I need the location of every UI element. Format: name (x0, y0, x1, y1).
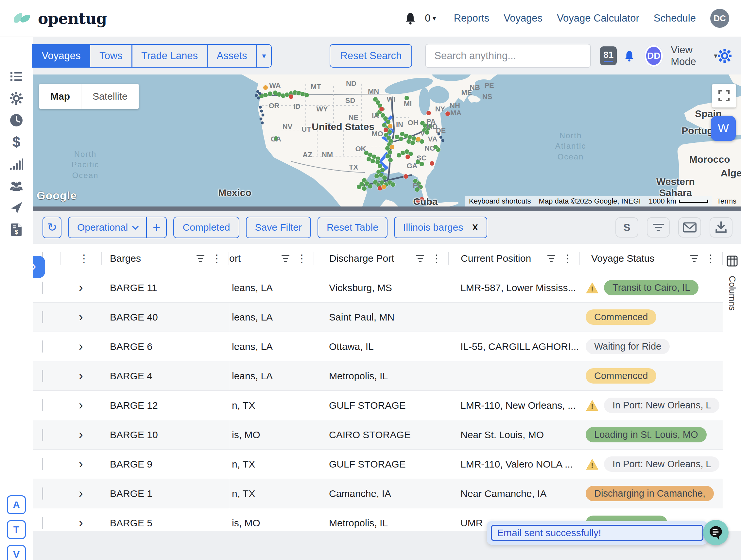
row-checkbox[interactable] (42, 340, 43, 352)
vessel-marker[interactable] (289, 94, 293, 99)
row-checkbox[interactable] (42, 399, 43, 411)
workspace-avatar[interactable]: DD (645, 45, 663, 67)
chat-launcher-button[interactable] (703, 520, 729, 545)
quick-toggle-button[interactable]: A (7, 495, 26, 514)
reset-search-button[interactable]: Reset Search (330, 44, 412, 68)
row-expand-icon[interactable]: › (79, 310, 83, 324)
entity-tab[interactable]: Trade Lanes (131, 44, 208, 68)
map-type-button[interactable]: Satellite (81, 84, 139, 109)
column-kebab-menu[interactable]: ⋮ (705, 252, 716, 265)
vessel-marker[interactable] (430, 161, 434, 166)
column-filter-icon[interactable] (690, 255, 698, 262)
vessel-marker[interactable] (433, 145, 438, 149)
alerts-count-badge[interactable]: 81 (600, 47, 617, 65)
column-filter-icon[interactable] (281, 255, 289, 262)
opentug-logo[interactable]: opentug (13, 9, 107, 27)
table-row[interactable]: › BARGE 11 leans, LA Vicksburg, MS LMR-5… (33, 273, 741, 303)
vessel-marker[interactable] (259, 106, 262, 109)
gear-icon[interactable] (9, 91, 23, 105)
row-checkbox[interactable] (42, 429, 43, 441)
vessel-marker[interactable] (380, 168, 385, 172)
vessel-marker[interactable] (262, 114, 265, 116)
vessel-marker[interactable] (415, 187, 419, 192)
vessel-marker[interactable] (263, 85, 268, 90)
export-tool-button[interactable] (710, 217, 733, 238)
notification-count[interactable]: 0 ▾ (425, 12, 436, 24)
vessel-marker[interactable] (260, 117, 263, 121)
status-filter-dropdown[interactable]: Operational (69, 217, 146, 238)
expand-panel-button[interactable]: › (33, 256, 45, 278)
vessel-marker[interactable] (260, 110, 263, 113)
view-mode-dropdown[interactable]: View Mode ▾ (671, 44, 718, 68)
column-header-label[interactable]: Voyage Status (591, 253, 654, 264)
add-filter-button[interactable]: + (146, 217, 166, 238)
header-kebab-menu[interactable]: ⋮ (70, 252, 110, 265)
column-filter-icon[interactable] (416, 255, 424, 262)
vessel-marker[interactable] (274, 136, 278, 141)
vessel-marker[interactable] (386, 119, 391, 124)
vessel-marker[interactable] (257, 97, 260, 100)
saved-filter-chip[interactable]: Illinois barges X (394, 217, 487, 238)
vessel-marker[interactable] (388, 158, 393, 162)
invoice-icon[interactable]: $ (9, 223, 23, 237)
map-fullscreen-button[interactable] (712, 84, 736, 107)
entity-tab[interactable]: Tows (89, 44, 132, 68)
search-input[interactable] (425, 44, 591, 68)
nav-link[interactable]: Voyages (503, 12, 542, 24)
vessel-marker[interactable] (370, 159, 375, 163)
vessel-marker[interactable] (261, 122, 264, 125)
vessel-marker[interactable] (405, 96, 409, 100)
row-expand-icon[interactable]: › (79, 516, 83, 530)
column-kebab-menu[interactable]: ⋮ (431, 252, 442, 265)
row-checkbox[interactable] (42, 517, 43, 529)
vessel-marker[interactable] (446, 111, 450, 116)
filter-tool-button[interactable] (647, 217, 670, 238)
filter-action-button[interactable]: Reset Table (318, 217, 388, 238)
vessel-marker[interactable] (357, 184, 361, 189)
vessel-marker[interactable] (419, 197, 424, 202)
column-header-label[interactable]: ort (229, 253, 241, 264)
row-expand-icon[interactable]: › (79, 281, 83, 294)
vessel-marker[interactable] (395, 135, 399, 139)
vessel-marker[interactable] (440, 136, 443, 139)
entity-tab[interactable]: Assets (207, 44, 257, 68)
vessel-marker[interactable] (379, 107, 384, 111)
column-filter-icon[interactable] (197, 255, 204, 262)
row-checkbox[interactable] (42, 487, 43, 499)
row-checkbox[interactable] (42, 458, 43, 470)
users-icon[interactable] (9, 179, 23, 193)
chip-close-icon[interactable]: X (468, 223, 478, 233)
vessel-marker[interactable] (362, 186, 366, 191)
vessel-marker[interactable] (437, 133, 441, 136)
vessel-marker[interactable] (410, 141, 415, 145)
table-row[interactable]: › BARGE 12 n, TX GULF STORAGE LMR-110, N… (33, 391, 741, 420)
column-header-label[interactable]: Current Position (461, 253, 531, 264)
map-type-button[interactable]: Map (39, 84, 81, 109)
vessel-marker[interactable] (419, 162, 424, 166)
column-kebab-menu[interactable]: ⋮ (562, 252, 573, 265)
navigation-icon[interactable] (9, 201, 23, 215)
clock-icon[interactable] (9, 113, 23, 127)
settings-gear-icon[interactable] (718, 49, 732, 63)
table-row[interactable]: › BARGE 1 n, TX Camanche, IA Near Camanc… (33, 479, 741, 508)
column-header-label[interactable]: Discharge Port (329, 253, 394, 264)
vessel-marker[interactable] (388, 124, 392, 129)
row-checkbox[interactable] (42, 311, 43, 323)
vessel-marker[interactable] (375, 174, 379, 178)
vessel-marker[interactable] (404, 174, 408, 179)
row-expand-icon[interactable]: › (79, 369, 83, 383)
vessel-marker[interactable] (390, 145, 394, 149)
columns-side-panel[interactable]: Columns (723, 244, 741, 531)
vessel-marker[interactable] (305, 93, 309, 97)
vessel-marker[interactable] (416, 137, 420, 142)
nav-link[interactable]: Voyage Calculator (557, 12, 639, 24)
vessel-marker[interactable] (425, 130, 429, 135)
vessel-marker[interactable] (426, 111, 431, 115)
column-filter-icon[interactable] (547, 255, 555, 262)
column-kebab-menu[interactable]: ⋮ (296, 252, 307, 265)
vessel-marker[interactable] (268, 91, 272, 96)
vessel-marker[interactable] (368, 184, 373, 188)
refresh-button[interactable]: ↻ (43, 217, 62, 238)
vessel-marker[interactable] (397, 153, 401, 157)
table-row[interactable]: › BARGE 6 leans, LA Ottawa, IL IL-55, CA… (33, 332, 741, 362)
